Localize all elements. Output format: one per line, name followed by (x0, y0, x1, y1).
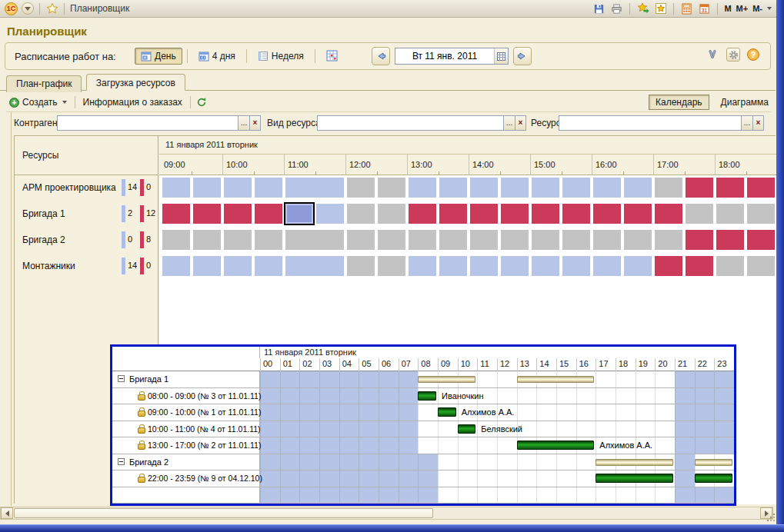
grid-cell[interactable] (285, 178, 344, 198)
grid-cell[interactable] (193, 204, 221, 224)
grid-cell[interactable] (255, 230, 282, 250)
grid-cell[interactable] (439, 230, 467, 250)
grid-cell[interactable] (747, 178, 775, 198)
grid-cell[interactable] (686, 256, 713, 276)
grid-cell[interactable] (593, 230, 621, 250)
grid-cell[interactable] (624, 230, 652, 250)
resource-input[interactable] (559, 115, 741, 131)
view-month-button[interactable] (320, 47, 344, 65)
grid-cell[interactable] (747, 230, 775, 250)
grid-cell[interactable] (409, 256, 436, 276)
grid-cell[interactable] (347, 178, 375, 198)
grid-cell[interactable] (409, 204, 436, 224)
grid-cell[interactable] (470, 204, 498, 224)
grid-cell[interactable] (532, 230, 559, 250)
grid-cell[interactable] (501, 178, 529, 198)
counterparty-input[interactable] (57, 115, 238, 131)
gantt-summary-bar[interactable] (695, 459, 732, 466)
gantt-row-label[interactable]: 10:00 - 11:00 (№ 4 от 11.01.11) (112, 421, 260, 437)
collapse-icon[interactable] (118, 458, 125, 465)
resource-clear-button[interactable]: × (752, 115, 764, 131)
counterparty-clear-button[interactable]: × (249, 115, 261, 131)
grid-cell[interactable] (655, 256, 682, 276)
grid-cell[interactable] (624, 204, 652, 224)
resource-browse-button[interactable]: ... (741, 115, 752, 131)
grid-cell[interactable] (378, 178, 405, 198)
grid-cell[interactable] (224, 256, 252, 276)
diagram-toggle-button[interactable]: Диаграмма (714, 95, 776, 110)
next-day-button[interactable] (513, 47, 532, 65)
gantt-summary-bar[interactable] (517, 376, 595, 383)
collapse-icon[interactable] (118, 375, 125, 382)
calculator-icon[interactable] (680, 2, 693, 15)
favorites-star-icon[interactable] (45, 2, 58, 15)
settings-tools-icon[interactable] (706, 48, 719, 62)
grid-cell[interactable] (501, 230, 529, 250)
grid-cell[interactable] (193, 230, 221, 250)
calendar-icon[interactable]: 31 (698, 2, 711, 15)
grid-cell[interactable] (501, 204, 529, 224)
grid-cell[interactable] (193, 256, 221, 276)
grid-cell[interactable] (716, 204, 744, 224)
add-favorite-icon[interactable] (636, 2, 649, 15)
resource-type-browse-button[interactable]: ... (503, 115, 515, 131)
resource-row-label[interactable]: Монтажники140 (15, 256, 158, 276)
grid-cell[interactable] (255, 204, 282, 224)
memory-minus-button[interactable]: М- (752, 4, 762, 13)
counterparty-browse-button[interactable]: ... (238, 115, 249, 131)
grid-cell[interactable] (284, 202, 315, 225)
resource-type-input[interactable] (317, 115, 503, 131)
gantt-task-bar[interactable] (517, 441, 595, 450)
gantt-task-bar[interactable] (596, 474, 673, 483)
view-day-button[interactable]: День (135, 48, 182, 65)
resource-row-label[interactable]: АРМ проектировщика140 (15, 178, 158, 198)
grid-cell[interactable] (470, 178, 498, 198)
gantt-summary-bar[interactable] (418, 376, 475, 383)
view-4days-button[interactable]: 4 дня (192, 48, 242, 65)
grid-cell[interactable] (532, 204, 559, 224)
grid-cell[interactable] (285, 256, 344, 276)
grid-cell[interactable] (501, 256, 529, 276)
grid-cell[interactable] (470, 256, 498, 276)
gantt-task-bar[interactable] (695, 474, 732, 483)
grid-cell[interactable] (593, 178, 621, 198)
grid-cell[interactable] (409, 178, 436, 198)
tab-zagruzka-resursov[interactable]: Загрузка ресурсов (86, 74, 185, 91)
horizontal-scrollbar[interactable] (0, 507, 773, 520)
grid-cell[interactable] (285, 230, 344, 250)
prev-day-button[interactable] (372, 47, 390, 65)
grid-cell[interactable] (655, 230, 682, 250)
grid-cell[interactable] (562, 204, 590, 224)
grid-cell[interactable] (747, 204, 775, 224)
grid-cell[interactable] (686, 230, 713, 250)
gantt-summary-bar[interactable] (596, 459, 673, 466)
grid-cell[interactable] (716, 178, 744, 198)
calendar-toggle-button[interactable]: Календарь (649, 95, 709, 110)
grid-cell[interactable] (655, 204, 682, 224)
resource-row-label[interactable]: Бригада 1212 (15, 204, 158, 224)
toolbar-overflow-icon[interactable] (767, 7, 772, 10)
gantt-row-label[interactable]: Бригада 2 (112, 454, 260, 470)
grid-cell[interactable] (193, 178, 221, 198)
scroll-left-button[interactable] (1, 507, 13, 519)
grid-cell[interactable] (162, 256, 190, 276)
scrollbar-thumb[interactable] (14, 508, 433, 518)
grid-cell[interactable] (470, 230, 498, 250)
resize-grip[interactable] (766, 514, 775, 523)
grid-cell[interactable] (655, 178, 682, 198)
date-input[interactable] (395, 48, 494, 64)
grid-cell[interactable] (347, 230, 375, 250)
grid-cell[interactable] (686, 178, 713, 198)
memory-plus-button[interactable]: М+ (736, 4, 749, 13)
settings-gear-button[interactable] (726, 48, 740, 62)
gantt-row-label[interactable]: 09:00 - 10:00 (№ 1 от 11.01.11) (112, 404, 260, 421)
grid-cell[interactable] (624, 256, 652, 276)
print-icon[interactable] (610, 2, 623, 15)
gantt-task-bar[interactable] (418, 391, 436, 401)
grid-cell[interactable] (562, 178, 590, 198)
help-button[interactable]: ? (747, 48, 759, 61)
grid-cell[interactable] (347, 256, 375, 276)
grid-cell[interactable] (162, 178, 190, 198)
grid-cell[interactable] (686, 204, 713, 224)
tab-plan-grafik[interactable]: План-график (6, 75, 82, 92)
